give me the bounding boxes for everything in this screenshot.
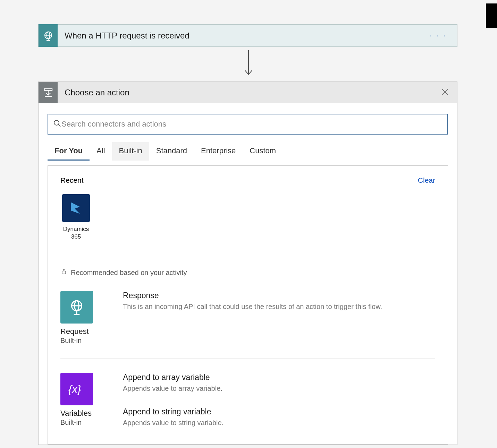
designer-canvas: When a HTTP request is received · · · Ch… [0,0,497,445]
tab-standard[interactable]: Standard [149,142,194,161]
svg-point-11 [54,120,59,125]
choose-action-card: Choose an action For You All Built-in St… [38,81,457,445]
choose-action-title: Choose an action [65,88,440,97]
svg-rect-14 [62,271,66,274]
svg-point-13 [63,269,64,270]
side-black-tab [486,3,497,28]
action-title: Response [123,291,435,300]
http-request-icon [39,24,58,47]
action-item-append-array[interactable]: Append to array variable Appends value t… [123,373,435,393]
tab-built-in[interactable]: Built-in [112,142,149,161]
action-title: Append to array variable [123,373,435,382]
results-panel: Recent Clear Dynamics 365 [48,165,448,445]
action-title: Append to string variable [123,407,435,416]
search-box[interactable] [48,114,448,135]
close-icon[interactable] [440,87,449,98]
clear-link[interactable]: Clear [418,176,435,184]
recent-heading: Recent [60,176,84,184]
connector-request[interactable]: Request Built-in [60,291,102,345]
recommendation-row: Request Built-in Response This is an inc… [60,291,435,345]
action-item-response[interactable]: Response This is an incoming API call th… [123,291,435,311]
connector-arrow [38,47,459,81]
action-description: Appends value to string variable. [123,418,435,428]
dynamics-365-icon [62,194,90,222]
category-tabs: For You All Built-in Standard Enterprise… [39,135,457,161]
search-input[interactable] [61,120,443,129]
svg-rect-6 [44,89,52,91]
tab-enterprise[interactable]: Enterprise [194,142,243,161]
connector-name: Variables [60,409,102,418]
trigger-title: When a HTTP request is received [65,31,429,41]
action-item-append-string[interactable]: Append to string variable Appends value … [123,407,435,428]
connector-category: Built-in [60,419,102,427]
choose-action-header: Choose an action [39,82,457,103]
connector-category: Built-in [60,337,102,345]
action-description: This is an incoming API call that could … [123,302,435,311]
connector-variables[interactable]: {x} Variables Built-in [60,373,102,427]
recent-item-label: Dynamics 365 [60,225,92,241]
recent-item-dynamics-365[interactable]: Dynamics 365 [60,194,92,241]
variables-connector-icon: {x} [60,373,93,405]
robot-icon [60,268,67,277]
request-connector-icon [60,291,93,324]
svg-text:{x}: {x} [68,383,81,395]
separator [60,359,435,359]
recommendation-row: {x} Variables Built-in Append to array v… [60,373,435,434]
recommended-heading: Recommended based on your activity [71,269,187,277]
tab-all[interactable]: All [90,142,112,161]
connector-name: Request [60,327,102,336]
recommended-heading-row: Recommended based on your activity [60,268,435,277]
trigger-card[interactable]: When a HTTP request is received · · · [38,24,457,47]
more-menu-icon[interactable]: · · · [429,31,447,40]
action-description: Appends value to array variable. [123,384,435,393]
svg-line-12 [58,124,60,127]
tab-custom[interactable]: Custom [243,142,283,161]
tab-for-you[interactable]: For You [48,142,90,161]
search-icon [53,119,61,129]
action-step-icon [39,82,58,103]
